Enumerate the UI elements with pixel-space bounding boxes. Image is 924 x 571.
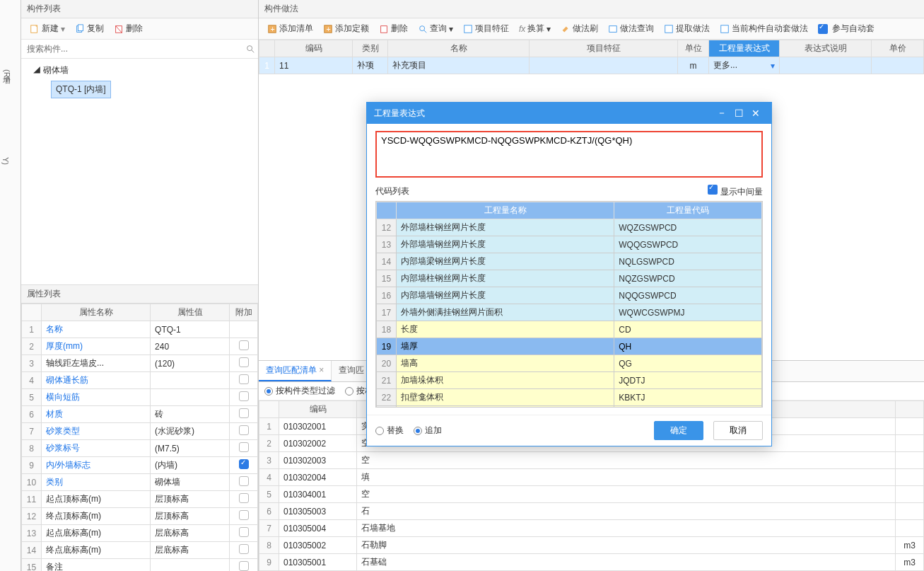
extract-button[interactable]: 提取做法 (660, 21, 714, 36)
code-row[interactable]: 22扣壁龛体积KBKTJ (377, 389, 762, 406)
props-row[interactable]: 10类别砌体墙 (22, 474, 258, 491)
props-row[interactable]: 3轴线距左墙皮...(120) (22, 355, 258, 372)
col-unit[interactable]: 单位 (678, 40, 709, 57)
props-row[interactable]: 15备注 (22, 559, 258, 572)
props-row[interactable]: 4砌体通长筋 (22, 372, 258, 389)
show-mid-toggle[interactable]: 显示中间量 (708, 185, 763, 198)
minimize-button[interactable]: － (713, 107, 730, 120)
method-row[interactable]: 1 11 补项 补充项目 m 更多...▾ (259, 57, 924, 74)
append-radio[interactable]: 追加 (414, 425, 442, 437)
component-tree[interactable]: ◢ 砌体墙 QTQ-1 [内墙] (21, 59, 258, 285)
participate-toggle[interactable]: 参与自动套 (814, 21, 879, 36)
props-row[interactable]: 8砂浆标号(M7.5) (22, 440, 258, 457)
props-row[interactable]: 14终点底标高(m)层底标高 (22, 542, 258, 559)
svg-line-13 (424, 30, 427, 33)
copy-icon (75, 24, 85, 34)
props-table: 属性名称 属性值 附加 1名称QTQ-12厚度(mm)2403轴线距左墙皮...… (21, 304, 258, 571)
cancel-button[interactable]: 取消 (713, 421, 763, 440)
code-row[interactable]: 14内部墙梁钢丝网片长度NQLGSWPCD (377, 253, 762, 270)
expression-input[interactable]: YSCD-WQQGSWPKMCD-NQQGSWPKMCD-KZTJ/(QG*QH… (381, 135, 757, 173)
props-row[interactable]: 1名称QTQ-1 (22, 321, 258, 338)
auto-icon (720, 24, 730, 34)
code-row[interactable]: 21加墙垛体积JQDTJ (377, 372, 762, 389)
col-cat[interactable]: 类别 (353, 40, 388, 57)
col-feature[interactable]: 项目特征 (530, 40, 678, 57)
match-row[interactable]: 8010305002石勒脚m3 (259, 537, 924, 554)
match-row[interactable]: 4010302004填 (259, 469, 924, 486)
code-row[interactable]: 17外墙外侧满挂钢丝网片面积WQWCGSWPMJ (377, 304, 762, 321)
code-list-label: 代码列表 (375, 185, 409, 197)
match-row[interactable]: 6010305003石 (259, 503, 924, 520)
match-row[interactable]: 5010304001空 (259, 486, 924, 503)
side-tab-1[interactable]: 墙(RF (0, 64, 13, 88)
props-row[interactable]: 2厚度(mm)240 (22, 338, 258, 355)
code-row[interactable]: 16内部墙墙钢丝网片长度NQQGSWPCD (377, 287, 762, 304)
expression-input-wrap: YSCD-WQQGSWPKMCD-NQQGSWPKMCD-KZTJ/(QG*QH… (375, 131, 763, 178)
props-row[interactable]: 12终点顶标高(m)层顶标高 (22, 508, 258, 525)
query-icon (418, 24, 428, 34)
col-expr-desc[interactable]: 表达式说明 (780, 40, 872, 57)
col-name[interactable]: 名称 (388, 40, 530, 57)
props-row[interactable]: 11起点顶标高(m)层顶标高 (22, 491, 258, 508)
col-price[interactable]: 单价 (872, 40, 924, 57)
replace-radio[interactable]: 替换 (375, 425, 404, 437)
fx-icon: fx (519, 24, 525, 34)
code-row[interactable]: 19墙厚QH (377, 338, 762, 355)
close-button[interactable]: ✕ (747, 108, 764, 119)
convert-button[interactable]: fx 换算 ▾ (515, 21, 555, 36)
svg-text:+: + (326, 24, 330, 33)
search-icon[interactable] (245, 44, 255, 54)
code-row[interactable]: 23扣砼过梁体积KTGLTJ (377, 406, 762, 408)
method-grid: 编码 类别 名称 项目特征 单位 工程量表达式 表达式说明 单价 1 11 补项… (259, 40, 924, 74)
tree-child[interactable]: QTQ-1 [内墙] (51, 81, 111, 98)
props-row[interactable]: 13起点底标高(m)层底标高 (22, 525, 258, 542)
chevron-down-icon: ▾ (771, 61, 775, 71)
side-tab-2[interactable]: Y) (0, 151, 11, 171)
match-row[interactable]: 7010305004石墙基地 (259, 520, 924, 537)
match-row[interactable]: 9010305001石基础m3 (259, 554, 924, 571)
component-toolbar: 新建 ▾ 复制 删除 (21, 18, 258, 40)
code-table: 工程量名称 工程量代码 12外部墙柱钢丝网片长度WQZGSWPCD13外部墙墙钢… (376, 202, 762, 408)
search-input[interactable] (24, 41, 245, 57)
add-list-icon: + (267, 24, 277, 34)
close-icon[interactable]: × (319, 365, 324, 375)
props-row[interactable]: 7砂浆类型(水泥砂浆) (22, 423, 258, 440)
col-prop-value: 属性值 (151, 304, 230, 321)
code-row[interactable]: 20墙高QG (377, 355, 762, 372)
method-query-button[interactable]: 做法查询 (604, 21, 658, 36)
props-row[interactable]: 6材质砖 (22, 406, 258, 423)
code-row[interactable]: 12外部墙柱钢丝网片长度WQZGSWPCD (377, 219, 762, 236)
delete-icon (379, 24, 389, 34)
component-list-title: 构件列表 (21, 0, 258, 18)
ok-button[interactable]: 确定 (654, 421, 703, 440)
add-quota-button[interactable]: +添加定额 (319, 21, 373, 36)
filter-by-type[interactable]: 按构件类型过滤 (264, 385, 335, 397)
props-row[interactable]: 5横向短筋 (22, 389, 258, 406)
code-row[interactable]: 13外部墙墙钢丝网片长度WQQGSWPCD (377, 236, 762, 253)
method-brush-button[interactable]: 做法刷 (556, 21, 602, 36)
item-feature-button[interactable]: 项目特征 (459, 21, 513, 36)
copy-button[interactable]: 复制 (71, 21, 108, 36)
add-list-button[interactable]: +添加清单 (263, 21, 317, 36)
col-code[interactable]: 编码 (275, 40, 353, 57)
col-expr[interactable]: 工程量表达式 (709, 40, 780, 57)
svg-rect-15 (609, 25, 617, 32)
new-button[interactable]: 新建 ▾ (25, 21, 69, 36)
delete-method-button[interactable]: 删除 (375, 21, 412, 36)
svg-line-6 (252, 50, 255, 53)
auto-set-button[interactable]: 当前构件自动套做法 (715, 21, 812, 36)
delete-button[interactable]: 删除 (110, 21, 147, 36)
check-icon (708, 185, 718, 195)
query-button[interactable]: 查询 ▾ (414, 21, 457, 36)
svg-rect-17 (721, 25, 729, 33)
svg-text:+: + (270, 24, 274, 33)
code-row[interactable]: 18长度CD (377, 321, 762, 338)
tree-root[interactable]: ◢ 砌体墙 (33, 63, 247, 78)
expr-dropdown[interactable]: 更多...▾ (713, 59, 775, 71)
code-row[interactable]: 15内部墙柱钢丝网片长度NQZGSWPCD (377, 270, 762, 287)
match-row[interactable]: 3010302003空 (259, 452, 924, 469)
tab-match-list[interactable]: 查询匹配清单 × (259, 361, 332, 381)
method-title: 构件做法 (259, 0, 924, 18)
props-row[interactable]: 9内/外墙标志(内墙) (22, 457, 258, 474)
maximize-button[interactable]: ☐ (730, 108, 747, 119)
